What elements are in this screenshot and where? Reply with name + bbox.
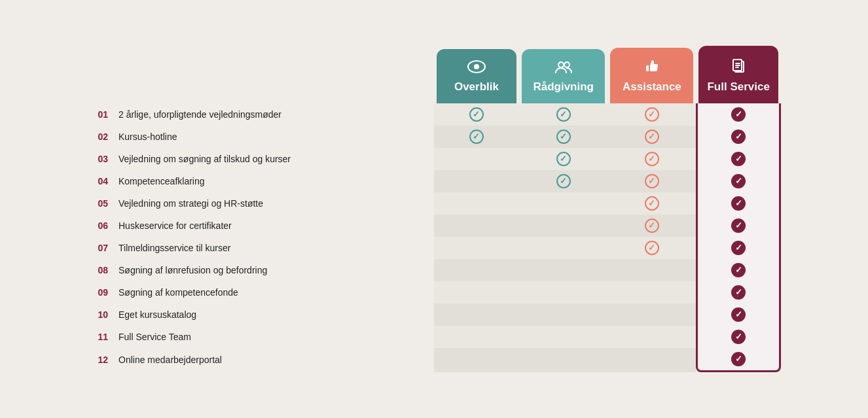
label-cell: 04 Kompetenceafklaring: [87, 170, 434, 192]
row-text: 2 årlige, uforpligtende vejledningsmøder: [118, 109, 281, 120]
table-row: 08 Søgning af lønrefusion og befordring …: [87, 259, 781, 281]
svg-point-2: [558, 62, 564, 67]
check-dark: ✓: [731, 307, 746, 322]
radgivning-cell: ✓: [519, 126, 608, 148]
check-salmon: ✓: [645, 241, 659, 255]
overblik-label: Overblik: [454, 80, 499, 94]
label-cell: 02 Kursus-hotline: [87, 126, 434, 148]
overblik-cell: [434, 215, 519, 237]
row-number: 12: [87, 355, 118, 365]
check-dark: ✓: [731, 130, 746, 144]
check-teal: ✓: [556, 130, 571, 144]
radgivning-cell: [519, 237, 608, 259]
label-cell: 10 Eget kursuskatalog: [87, 304, 434, 326]
row-number: 08: [87, 265, 118, 275]
label-cell: 08 Søgning af lønrefusion og befordring: [87, 259, 434, 281]
row-text: Full Service Team: [118, 332, 191, 342]
row-text: Søgning af kompetencefonde: [118, 287, 238, 298]
radgivning-cell: ✓: [519, 148, 608, 170]
fullservice-cell: ✓: [696, 281, 781, 304]
table-row: 01 2 årlige, uforpligtende vejledningsmø…: [87, 103, 781, 126]
overblik-icon: [467, 60, 486, 77]
col-header-radgivning: Rådgivning: [519, 46, 608, 103]
assistance-cell: [607, 304, 696, 326]
assistance-cell: [607, 259, 696, 281]
table-row: 07 Tilmeldingsservice til kurser ✓✓: [87, 237, 781, 259]
check-dark: ✓: [731, 218, 746, 233]
assistance-cell: ✓: [607, 126, 696, 148]
check-dark: ✓: [731, 263, 746, 277]
check-salmon: ✓: [645, 218, 659, 233]
label-cell: 07 Tilmeldingsservice til kurser: [87, 237, 434, 259]
row-number: 04: [87, 176, 118, 186]
col-header-assistance: Assistance: [607, 46, 696, 103]
fullservice-cell: ✓: [696, 192, 781, 215]
fullservice-cell: ✓: [696, 304, 781, 326]
check-dark: ✓: [731, 241, 746, 255]
row-number: 07: [87, 243, 118, 253]
row-number: 01: [87, 109, 118, 120]
overblik-cell: [434, 170, 519, 192]
label-cell: 06 Huskeservice for certifikater: [87, 215, 434, 237]
check-salmon: ✓: [645, 196, 659, 211]
table-row: 05 Vejledning om strategi og HR-støtte ✓…: [87, 192, 781, 215]
row-text: Kursus-hotline: [118, 131, 177, 142]
fullservice-cell: ✓: [696, 103, 781, 126]
table-row: 02 Kursus-hotline ✓✓✓✓: [87, 126, 781, 148]
row-number: 05: [87, 198, 118, 209]
overblik-cell: [434, 304, 519, 326]
assistance-cell: [607, 348, 696, 372]
row-number: 02: [87, 131, 118, 142]
fullservice-cell: ✓: [696, 148, 781, 170]
svg-point-3: [564, 62, 570, 67]
table-row: 12 Online medarbejderportal ✓: [87, 348, 781, 372]
overblik-cell: ✓: [434, 126, 519, 148]
overblik-cell: [434, 259, 519, 281]
row-number: 03: [87, 154, 118, 164]
check-teal: ✓: [469, 130, 484, 144]
table-row: 03 Vejledning om søgning af tilskud og k…: [87, 148, 781, 170]
label-cell: 05 Vejledning om strategi og HR-støtte: [87, 192, 434, 215]
check-salmon: ✓: [645, 152, 659, 166]
check-teal: ✓: [469, 107, 484, 122]
table-row: 11 Full Service Team ✓: [87, 326, 781, 348]
table-row: 09 Søgning af kompetencefonde ✓: [87, 281, 781, 304]
fullservice-cell: ✓: [696, 215, 781, 237]
radgivning-cell: [519, 215, 608, 237]
assistance-cell: ✓: [607, 215, 696, 237]
row-text: Vejledning om søgning af tilskud og kurs…: [118, 154, 291, 164]
check-salmon: ✓: [645, 174, 659, 188]
row-text: Tilmeldingsservice til kurser: [118, 243, 230, 253]
assistance-cell: [607, 326, 696, 348]
check-dark: ✓: [731, 352, 746, 366]
assistance-cell: ✓: [607, 237, 696, 259]
col-header-overblik: Overblik: [434, 46, 519, 103]
row-text: Vejledning om strategi og HR-støtte: [118, 198, 263, 209]
check-dark: ✓: [731, 152, 746, 166]
comparison-table: Overblik Rådgivning: [87, 46, 781, 372]
header-row: Overblik Rådgivning: [87, 46, 781, 103]
table-row: 06 Huskeservice for certifikater ✓✓: [87, 215, 781, 237]
fullservice-cell: ✓: [696, 348, 781, 372]
check-dark: ✓: [731, 285, 746, 300]
radgivning-cell: ✓: [519, 103, 608, 126]
radgivning-cell: [519, 304, 608, 326]
radgivning-cell: [519, 192, 608, 215]
check-salmon: ✓: [645, 130, 659, 144]
label-cell: 11 Full Service Team: [87, 326, 434, 348]
overblik-cell: [434, 348, 519, 372]
col-header-fullservice: Full Service: [696, 46, 781, 103]
overblik-cell: [434, 148, 519, 170]
radgivning-label: Rådgivning: [533, 80, 594, 94]
check-dark: ✓: [731, 174, 746, 188]
radgivning-cell: [519, 326, 608, 348]
fullservice-cell: ✓: [696, 170, 781, 192]
label-cell: 01 2 årlige, uforpligtende vejledningsmø…: [87, 103, 434, 126]
overblik-cell: [434, 237, 519, 259]
overblik-cell: [434, 326, 519, 348]
fullservice-cell: ✓: [696, 126, 781, 148]
radgivning-cell: ✓: [519, 170, 608, 192]
assistance-cell: [607, 281, 696, 304]
check-teal: ✓: [556, 174, 571, 188]
check-dark: ✓: [731, 196, 746, 211]
